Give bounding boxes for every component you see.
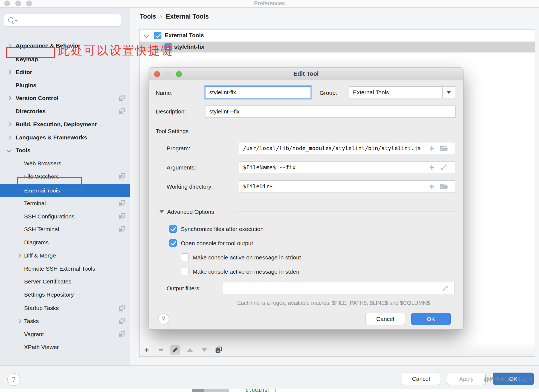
footer-bar: ? Cancel Apply OK [0, 366, 539, 389]
tree-row-stylelint-fix[interactable]: stylelint-fix [140, 42, 535, 52]
search-icon [8, 17, 13, 22]
dialog-ok-button[interactable]: OK [411, 313, 451, 325]
chevron-right-icon[interactable] [7, 135, 11, 140]
shared-setting-icon [119, 173, 126, 180]
preferences-window: Preferences Appearance & Behavior Keymap… [0, 0, 539, 392]
external-tools-checkbox[interactable] [154, 32, 161, 39]
shared-setting-icon [119, 108, 126, 115]
expand-field-button[interactable] [440, 161, 447, 173]
triangle-down-icon [201, 348, 207, 352]
shared-setting-icon [119, 226, 126, 233]
section-divider [205, 131, 457, 131]
console-stdout-checkbox[interactable] [181, 253, 189, 261]
arguments-field[interactable]: $FileName$ --fix [239, 161, 455, 173]
add-tool-button[interactable]: + [142, 345, 152, 355]
edit-tool-button[interactable] [170, 345, 180, 355]
apply-button[interactable]: Apply [447, 373, 486, 385]
move-up-button[interactable] [185, 345, 195, 355]
chevron-right-icon[interactable] [17, 253, 21, 258]
synchronize-files-checkbox[interactable] [169, 225, 177, 233]
move-down-button[interactable] [199, 345, 209, 355]
tree-row-external-tools[interactable]: External Tools [140, 30, 535, 42]
browse-folder-button[interactable] [440, 180, 448, 192]
synchronize-files-label[interactable]: Synchronize files after execution [181, 226, 263, 232]
console-stderr-label[interactable]: Make console active on message in stderr [193, 268, 300, 275]
advanced-options-collapse-icon[interactable] [159, 210, 164, 213]
cropped-fragment [204, 389, 229, 392]
breadcrumb: Tools›External Tools [140, 13, 209, 20]
output-filters-label: Output filters: [167, 285, 201, 292]
cancel-button[interactable]: Cancel [402, 373, 440, 385]
chevron-down-icon[interactable] [144, 33, 149, 38]
chevron-right-icon[interactable] [7, 96, 11, 100]
shared-setting-icon [119, 200, 126, 207]
breadcrumb-external-tools: External Tools [166, 13, 209, 20]
name-field[interactable]: stylelint-fix [205, 86, 311, 98]
help-button[interactable]: ? [7, 373, 20, 386]
program-label: Program: [167, 145, 190, 152]
group-combobox[interactable]: External Tools [349, 86, 455, 98]
working-directory-label: Working directory: [167, 183, 213, 190]
pencil-icon [172, 347, 178, 353]
window-titlebar: Preferences [0, 0, 539, 8]
shared-setting-icon [119, 318, 126, 324]
chevron-right-icon[interactable] [7, 122, 11, 127]
description-label: Description: [156, 108, 186, 115]
working-directory-field[interactable]: $FileDir$ [239, 180, 455, 192]
open-console-label[interactable]: Open console for tool output [181, 240, 253, 247]
edit-tool-dialog: Edit Tool Name: stylelint-fix Group: Ext… [149, 67, 463, 330]
insert-macro-button[interactable]: + [429, 161, 434, 173]
search-box[interactable] [4, 14, 121, 27]
copy-icon [215, 346, 222, 353]
chevron-right-icon[interactable] [7, 70, 11, 74]
combo-dropdown-arrow-icon[interactable] [442, 87, 455, 98]
console-stdout-label[interactable]: Make console active on message in stdout [193, 254, 301, 261]
cropped-code-text: plugins: { [245, 389, 277, 392]
output-filters-hint: Each line is a regex, available macros: … [210, 300, 457, 306]
cropped-content-strip: plugins: { [0, 389, 539, 392]
program-field[interactable]: /usr/local/lib/node_modules/stylelint/bi… [239, 142, 455, 154]
advanced-options-label[interactable]: Advanced Options [167, 209, 214, 215]
dialog-titlebar[interactable]: Edit Tool [149, 68, 463, 80]
copy-tool-button[interactable] [214, 345, 224, 355]
keymap-highlight-box [6, 47, 55, 58]
expand-diagonal-icon [440, 164, 447, 171]
insert-macro-button[interactable]: + [429, 142, 434, 154]
external-tools-highlight-box [17, 177, 82, 190]
open-console-checkbox[interactable] [169, 239, 177, 247]
window-title: Preferences [0, 0, 539, 7]
breadcrumb-separator: › [156, 13, 166, 20]
dialog-cancel-button[interactable]: Cancel [366, 313, 405, 325]
expand-diagonal-icon [442, 285, 449, 291]
plus-icon: + [429, 162, 434, 173]
watermark: @稀土掘金技术社区 [484, 376, 533, 383]
sidebar-item-plugins[interactable]: Plugins [0, 79, 145, 91]
chevron-right-icon[interactable] [17, 319, 21, 323]
output-filters-field[interactable] [223, 282, 454, 294]
expand-field-button[interactable] [442, 282, 449, 294]
sidebar-item-directories[interactable]: Directories [0, 105, 145, 117]
plus-icon: + [429, 181, 434, 192]
description-field[interactable]: stylelint --fix [205, 106, 456, 118]
breadcrumb-tools[interactable]: Tools [140, 13, 156, 20]
chevron-down-icon[interactable] [7, 148, 11, 153]
cropped-fragment [192, 389, 204, 392]
console-stderr-checkbox[interactable] [181, 268, 189, 275]
search-input[interactable] [19, 15, 118, 25]
shared-setting-icon [119, 305, 126, 311]
browse-folder-button[interactable] [440, 142, 448, 154]
sidebar-item-editor[interactable]: Editor [0, 66, 145, 78]
sidebar-item-languages-frameworks[interactable]: Languages & Frameworks [0, 131, 145, 144]
remove-tool-button[interactable]: − [156, 345, 166, 355]
section-divider [235, 212, 457, 212]
shared-setting-icon [119, 213, 126, 220]
arguments-label: Arguments: [167, 164, 196, 171]
insert-macro-button[interactable]: + [429, 180, 434, 192]
shared-setting-icon [119, 95, 126, 101]
search-history-chevron-icon[interactable] [15, 20, 18, 22]
sidebar-item-build-execution-deployment[interactable]: Build, Execution, Deployment [0, 118, 145, 130]
sidebar-item-version-control[interactable]: Version Control [0, 92, 145, 104]
triangle-up-icon [187, 348, 193, 352]
dialog-help-button[interactable]: ? [158, 314, 169, 324]
sidebar-item-tools[interactable]: Tools [0, 144, 145, 156]
